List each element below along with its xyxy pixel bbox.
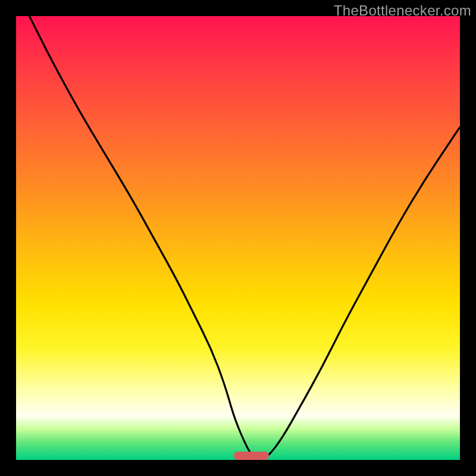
- minimum-marker: [234, 452, 270, 460]
- bottleneck-curve-path: [29, 16, 460, 459]
- bottleneck-chart: TheBottlenecker.com: [0, 0, 476, 476]
- curve-svg: [16, 16, 460, 460]
- plot-area: [16, 16, 460, 460]
